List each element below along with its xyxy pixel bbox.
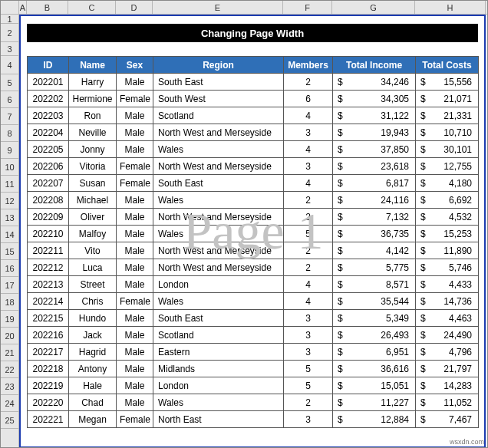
column-header-D[interactable]: D — [116, 1, 153, 14]
cell-region[interactable]: North East — [153, 411, 284, 428]
cell-members[interactable]: 2 — [284, 259, 333, 276]
cell-name[interactable]: Megan — [69, 411, 117, 428]
cell-id[interactable]: 202219 — [28, 377, 69, 394]
cell-total-income[interactable]: $36,735 — [333, 226, 416, 242]
row-header-25[interactable]: 25 — [1, 412, 18, 429]
cell-name[interactable]: Vitoria — [69, 158, 117, 175]
row-header-9[interactable]: 9 — [1, 142, 18, 159]
row-header-11[interactable]: 11 — [1, 176, 18, 193]
cell-members[interactable]: 2 — [284, 74, 333, 91]
cell-members[interactable]: 3 — [284, 310, 333, 327]
cell-total-income[interactable]: $34,246 — [333, 74, 416, 91]
cell-name[interactable]: Malfoy — [69, 226, 117, 242]
cell-id[interactable]: 202214 — [28, 293, 69, 310]
cell-sex[interactable]: Male — [117, 327, 153, 344]
cell-name[interactable]: Susan — [69, 175, 117, 192]
cell-members[interactable]: 4 — [284, 276, 333, 293]
cell-region[interactable]: South East — [153, 310, 284, 327]
row-header-22[interactable]: 22 — [1, 361, 18, 378]
cell-id[interactable]: 202202 — [28, 91, 69, 107]
row-header-6[interactable]: 6 — [1, 91, 18, 108]
table-row[interactable]: 202206VitoriaFemaleNorth West and Mersey… — [28, 158, 479, 175]
cell-total-costs[interactable]: $7,467 — [416, 411, 479, 428]
table-row[interactable]: 202215HundoMaleSouth East3$5,349$4,463 — [28, 310, 479, 327]
cell-id[interactable]: 202207 — [28, 175, 69, 192]
cell-total-costs[interactable]: $6,692 — [416, 192, 479, 209]
row-header-10[interactable]: 10 — [1, 159, 18, 176]
cell-region[interactable]: North West and Merseyside — [153, 209, 284, 226]
cell-region[interactable]: South West — [153, 91, 284, 107]
cell-sex[interactable]: Male — [117, 310, 153, 327]
cell-id[interactable]: 202218 — [28, 361, 69, 377]
row-header-16[interactable]: 16 — [1, 260, 18, 277]
cell-total-income[interactable]: $19,943 — [333, 124, 416, 141]
header-members[interactable]: Members — [284, 57, 333, 74]
cell-region[interactable]: North West and Merseyside — [153, 124, 284, 141]
table-row[interactable]: 202201HarryMaleSouth East2$34,246$15,556 — [28, 74, 479, 91]
column-headers[interactable]: ABCDEFGH — [19, 1, 487, 15]
cell-id[interactable]: 202211 — [28, 242, 69, 259]
cell-sex[interactable]: Male — [117, 141, 153, 158]
cell-sex[interactable]: Male — [117, 107, 153, 124]
table-row[interactable]: 202213StreetMaleLondon4$8,571$4,433 — [28, 276, 479, 293]
row-header-12[interactable]: 12 — [1, 193, 18, 209]
cell-total-costs[interactable]: $15,556 — [416, 74, 479, 91]
cell-total-costs[interactable]: $21,071 — [416, 91, 479, 107]
cell-members[interactable]: 3 — [284, 344, 333, 361]
cell-total-income[interactable]: $36,616 — [333, 361, 416, 377]
cell-id[interactable]: 202210 — [28, 226, 69, 242]
column-header-G[interactable]: G — [332, 1, 415, 14]
cell-region[interactable]: South East — [153, 175, 284, 192]
cell-name[interactable]: Hale — [69, 377, 117, 394]
cell-sex[interactable]: Female — [117, 91, 153, 107]
cell-members[interactable]: 6 — [284, 91, 333, 107]
cell-id[interactable]: 202213 — [28, 276, 69, 293]
cell-sex[interactable]: Female — [117, 411, 153, 428]
cell-region[interactable]: Wales — [153, 226, 284, 242]
table-row[interactable]: 202208MichaelMaleWales2$24,116$6,692 — [28, 192, 479, 209]
cell-id[interactable]: 202201 — [28, 74, 69, 91]
cell-members[interactable]: 5 — [284, 361, 333, 377]
cell-name[interactable]: Michael — [69, 192, 117, 209]
table-row[interactable]: 202214ChrisFemaleWales4$35,544$14,736 — [28, 293, 479, 310]
cell-region[interactable]: North West and Merseyside — [153, 259, 284, 276]
cell-total-costs[interactable]: $10,710 — [416, 124, 479, 141]
cell-sex[interactable]: Male — [117, 361, 153, 377]
cell-region[interactable]: Wales — [153, 192, 284, 209]
row-header-4[interactable]: 4 — [1, 56, 18, 74]
cell-total-income[interactable]: $6,817 — [333, 175, 416, 192]
cell-members[interactable]: 3 — [284, 158, 333, 175]
cell-name[interactable]: Jonny — [69, 141, 117, 158]
cell-members[interactable]: 5 — [284, 377, 333, 394]
table-row[interactable]: 202207SusanFemaleSouth East4$6,817$4,180 — [28, 175, 479, 192]
cell-total-income[interactable]: $34,305 — [333, 91, 416, 107]
row-headers[interactable]: 1234567891011121314151617181920212223242… — [1, 15, 19, 447]
row-header-8[interactable]: 8 — [1, 125, 18, 142]
cell-region[interactable]: Scotland — [153, 107, 284, 124]
cell-total-income[interactable]: $31,122 — [333, 107, 416, 124]
cell-total-costs[interactable]: $4,532 — [416, 209, 479, 226]
cell-region[interactable]: Wales — [153, 293, 284, 310]
cell-name[interactable]: Neville — [69, 124, 117, 141]
cell-total-costs[interactable]: $4,796 — [416, 344, 479, 361]
table-row[interactable]: 202221MeganFemaleNorth East3$12,884$7,46… — [28, 411, 479, 428]
cell-name[interactable]: Street — [69, 276, 117, 293]
header-sex[interactable]: Sex — [117, 57, 153, 74]
cell-total-income[interactable]: $15,051 — [333, 377, 416, 394]
cell-name[interactable]: Harry — [69, 74, 117, 91]
cell-members[interactable]: 4 — [284, 141, 333, 158]
header-total-income[interactable]: Total Income — [333, 57, 416, 74]
cell-sex[interactable]: Male — [117, 394, 153, 411]
row-header-14[interactable]: 14 — [1, 226, 18, 243]
cell-id[interactable]: 202216 — [28, 327, 69, 344]
cell-region[interactable]: Eastern — [153, 344, 284, 361]
cell-total-costs[interactable]: $4,433 — [416, 276, 479, 293]
cell-total-income[interactable]: $11,227 — [333, 394, 416, 411]
cell-total-income[interactable]: $8,571 — [333, 276, 416, 293]
cell-total-costs[interactable]: $24,490 — [416, 327, 479, 344]
cell-region[interactable]: South East — [153, 74, 284, 91]
cell-id[interactable]: 202204 — [28, 124, 69, 141]
cell-members[interactable]: 4 — [284, 293, 333, 310]
cell-members[interactable]: 2 — [284, 192, 333, 209]
cell-name[interactable]: Jack — [69, 327, 117, 344]
